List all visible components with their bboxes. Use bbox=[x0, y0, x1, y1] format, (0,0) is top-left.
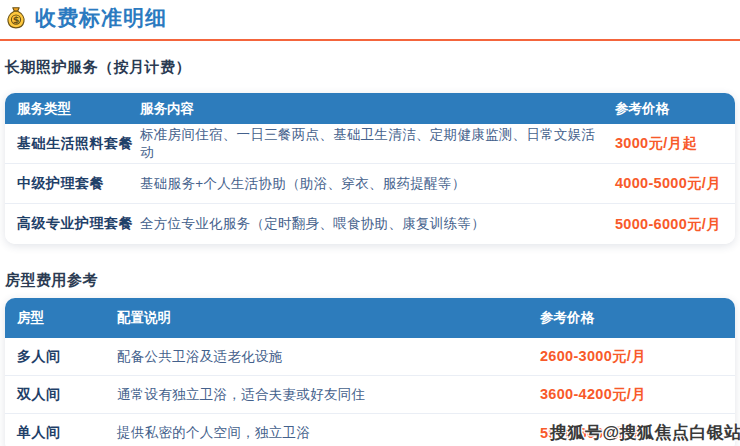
page-header: $ 收费标准明细 bbox=[0, 0, 740, 32]
column-header-service-content: 服务内容 bbox=[140, 100, 615, 118]
sohu-watermark: 搜狐号@搜狐焦点白银站 bbox=[550, 421, 740, 444]
service-content-cell: 标准房间住宿、一日三餐两点、基础卫生清洁、定期健康监测、日常文娱活动 bbox=[140, 126, 615, 162]
column-header-reference-price: 参考价格 bbox=[615, 100, 735, 118]
column-header-room-config: 配置说明 bbox=[117, 309, 540, 327]
money-bag-icon: $ bbox=[4, 6, 28, 30]
service-type-cell: 高级专业护理套餐 bbox=[17, 215, 140, 233]
price-cell: 5000-6000元/月 bbox=[615, 215, 735, 234]
table-header-row: 房型 配置说明 参考价格 bbox=[5, 298, 735, 338]
column-header-room-type: 房型 bbox=[17, 309, 117, 327]
room-type-cell: 双人间 bbox=[17, 386, 117, 404]
column-header-reference-price: 参考价格 bbox=[540, 309, 735, 327]
price-cell: 3000元/月起 bbox=[615, 134, 735, 153]
page-title: 收费标准明细 bbox=[35, 4, 167, 32]
service-type-cell: 基础生活照料套餐 bbox=[17, 135, 140, 153]
section-heading-care-services: 长期照护服务（按月计费） bbox=[5, 58, 740, 77]
column-header-service-type: 服务类型 bbox=[17, 100, 140, 118]
room-config-cell: 通常设有独立卫浴，适合夫妻或好友同住 bbox=[117, 386, 540, 404]
table-row: 多人间 配备公共卫浴及适老化设施 2600-3000元/月 bbox=[5, 338, 735, 376]
room-config-cell: 配备公共卫浴及适老化设施 bbox=[117, 348, 540, 366]
price-cell: 4000-5000元/月 bbox=[615, 174, 735, 193]
room-type-cell: 单人间 bbox=[17, 424, 117, 442]
section-heading-room-fees: 房型费用参考 bbox=[5, 271, 740, 290]
table-header-row: 服务类型 服务内容 参考价格 bbox=[5, 93, 735, 124]
table-row: 高级专业护理套餐 全方位专业化服务（定时翻身、喂食协助、康复训练等） 5000-… bbox=[5, 204, 735, 244]
table-row: 基础生活照料套餐 标准房间住宿、一日三餐两点、基础卫生清洁、定期健康监测、日常文… bbox=[5, 124, 735, 164]
care-services-table: 服务类型 服务内容 参考价格 基础生活照料套餐 标准房间住宿、一日三餐两点、基础… bbox=[5, 93, 735, 244]
table-row: 双人间 通常设有独立卫浴，适合夫妻或好友同住 3600-4200元/月 bbox=[5, 376, 735, 414]
room-config-cell: 提供私密的个人空间，独立卫浴 bbox=[117, 424, 540, 442]
service-content-cell: 全方位专业化服务（定时翻身、喂食协助、康复训练等） bbox=[140, 215, 615, 233]
table-row: 中级护理套餐 基础服务+个人生活协助（助浴、穿衣、服药提醒等） 4000-500… bbox=[5, 164, 735, 204]
price-cell: 2600-3000元/月 bbox=[540, 347, 735, 366]
svg-text:$: $ bbox=[13, 14, 20, 25]
service-content-cell: 基础服务+个人生活协助（助浴、穿衣、服药提醒等） bbox=[140, 175, 615, 193]
service-type-cell: 中级护理套餐 bbox=[17, 175, 140, 193]
price-cell: 3600-4200元/月 bbox=[540, 385, 735, 404]
orange-divider bbox=[0, 39, 740, 41]
room-type-cell: 多人间 bbox=[17, 348, 117, 366]
